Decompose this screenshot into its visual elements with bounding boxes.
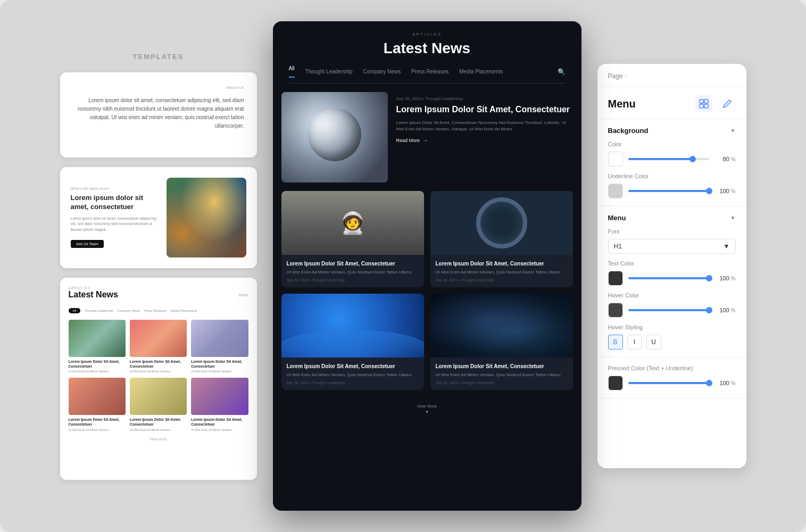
- color-label: Color: [608, 141, 736, 147]
- card3-articles-label: ARTICLES: [69, 286, 118, 290]
- template-card-3[interactable]: ARTICLES Latest News Share All Thought L…: [60, 278, 257, 480]
- article-card-4[interactable]: Lorem Ipsum Dolor Sit Amet, Consectetuer…: [430, 294, 573, 390]
- preview-nav-press[interactable]: Press Releases: [411, 69, 448, 74]
- view-more-btn[interactable]: View More ▼: [281, 396, 573, 421]
- text-color-value: 100 %: [714, 275, 736, 281]
- preview-content: Sep 30, 2022 • Thought Leadership Lorem …: [273, 84, 581, 429]
- background-section-header[interactable]: Background ▼: [608, 127, 736, 135]
- color-slider-thumb[interactable]: [689, 156, 696, 162]
- pressed-slider-thumb[interactable]: [706, 380, 712, 386]
- card3-img-3: [191, 320, 248, 357]
- text-color-control: 100 %: [608, 271, 736, 286]
- article-img-2: [430, 191, 573, 255]
- underline-color-setting: Underline Color 100 %: [608, 173, 736, 198]
- hover-slider-thumb[interactable]: [706, 307, 712, 313]
- hover-styling-setting: Hover Styling B I U: [608, 324, 736, 350]
- article-meta-3: Sep 30, 2022 • Thought Leadership: [287, 381, 419, 385]
- color-swatch-dark[interactable]: [608, 271, 623, 286]
- panel-breadcrumb[interactable]: Page ›: [597, 64, 746, 87]
- hover-color-label: Hover Color: [608, 292, 736, 298]
- underline-slider-fill: [628, 190, 709, 192]
- card3-item-body-2: Ut Wisi Enim Ad Minim Veniam...: [130, 370, 187, 374]
- card3-nav-thought[interactable]: Thought Leadership: [85, 309, 113, 312]
- card3-title: Latest News: [69, 290, 118, 300]
- join-btn[interactable]: Join Us Team: [71, 240, 104, 248]
- article-card-1[interactable]: 🧑‍🚀 Lorem Ipsum Dolor Sit Amet, Consecte…: [281, 191, 424, 287]
- menu-section-header[interactable]: Menu ▼: [608, 214, 736, 222]
- template-card-2[interactable]: What's the latest news? Lorem ipsum dolo…: [60, 167, 257, 268]
- article-body-4: Ut Wisi Enim Ad Minim Veniam, Quis Nostr…: [436, 372, 568, 378]
- card3-nav-company[interactable]: Company News: [118, 309, 140, 312]
- preview-nav-all[interactable]: All: [289, 65, 295, 78]
- underline-slider-thumb[interactable]: [706, 188, 712, 194]
- preview-nav-thought[interactable]: Thought Leadership: [305, 69, 353, 74]
- pressed-color-section: Pressed Color (Text + Underline) 100 %: [597, 358, 746, 398]
- hero-article[interactable]: Sep 30, 2022 • Thought Leadership Lorem …: [281, 92, 573, 182]
- color-value: 80 %: [714, 156, 736, 162]
- article-img-4: [430, 294, 573, 358]
- text-slider-thumb[interactable]: [706, 275, 712, 281]
- svg-rect-0: [700, 99, 703, 103]
- card3-img-4: [69, 378, 126, 415]
- card3-item-2[interactable]: Lorem Ipsum Dolor Sit Amet, Consectetuer…: [130, 320, 187, 374]
- card3-nav-media[interactable]: Media Placements: [171, 309, 197, 312]
- hover-slider-track[interactable]: [628, 309, 709, 311]
- color-swatch-gray[interactable]: [608, 184, 623, 198]
- svg-rect-1: [704, 99, 708, 103]
- hero-image: [281, 92, 388, 182]
- article-card-3[interactable]: Lorem Ipsum Dolor Sit Amet, Consectetuer…: [281, 294, 424, 390]
- text-slider-track[interactable]: [628, 277, 709, 279]
- bold-button[interactable]: B: [608, 335, 623, 350]
- panel-scroll[interactable]: Background ▼ Color 80 %: [597, 119, 746, 468]
- color-slider-fill: [628, 158, 693, 160]
- hover-slider-fill: [628, 309, 709, 311]
- card3-view-more[interactable]: View More: [69, 437, 248, 441]
- article-meta-1: Sep 30, 2022 • Thought Leadership: [287, 278, 419, 282]
- article-title-3: Lorem Ipsum Dolor Sit Amet, Consectetuer: [287, 363, 419, 370]
- card3-item-title-3: Lorem Ipsum Dolor Sit Amet, Consectetuer: [191, 359, 248, 369]
- card3-share: Share: [238, 293, 248, 297]
- main-container: TEMPLATES About Us Lorem ipsum dolor sit…: [0, 0, 806, 532]
- color-slider-track[interactable]: [628, 158, 709, 160]
- italic-button[interactable]: I: [627, 335, 642, 350]
- search-icon[interactable]: 🔍: [558, 68, 566, 76]
- preview-nav-media[interactable]: Media Placements: [459, 69, 503, 74]
- card3-item-1[interactable]: Lorem Ipsum Dolor Sit Amet, Consectetuer…: [69, 320, 126, 374]
- pressed-slider-track[interactable]: [628, 382, 709, 384]
- card3-item-body-6: Ut Wisi Enim Ad Minim Veniam...: [191, 428, 248, 433]
- font-label: Font: [608, 228, 736, 235]
- pencil-icon[interactable]: [719, 95, 736, 112]
- preview-title: Latest News: [289, 40, 566, 57]
- svg-rect-2: [700, 104, 703, 108]
- hero-read-more[interactable]: Read More: [396, 138, 573, 143]
- layout-icon[interactable]: [695, 95, 712, 112]
- card2-label: What's the latest news?: [71, 187, 159, 190]
- color-swatch-white[interactable]: [608, 152, 623, 167]
- astronaut-figure: 🧑‍🚀: [281, 191, 424, 255]
- card3-grid: Lorem Ipsum Dolor Sit Amet, Consectetuer…: [69, 320, 248, 433]
- article-title-2: Lorem Ipsum Dolor Sit Amet, Consectetuer: [436, 260, 568, 267]
- pressed-value: 100 %: [714, 380, 736, 386]
- card3-item-6[interactable]: Lorem Ipsum Dolor Sit Amet, Consectetuer…: [191, 378, 248, 432]
- preview-nav-company[interactable]: Company News: [363, 69, 401, 74]
- article-title-1: Lorem Ipsum Dolor Sit Amet, Consectetuer: [287, 260, 419, 267]
- card3-nav-press[interactable]: Press Releases: [144, 309, 167, 312]
- center-preview: ARTICLES Latest News All Thought Leaders…: [273, 21, 581, 511]
- font-select[interactable]: H1 ▼: [608, 239, 736, 254]
- pressed-color-swatch[interactable]: [608, 376, 623, 390]
- underline-slider-track[interactable]: [628, 190, 709, 192]
- article-text-3: Lorem Ipsum Dolor Sit Amet, Consectetuer…: [281, 358, 424, 390]
- card3-nav-all[interactable]: All: [69, 308, 81, 313]
- article-body-3: Ut Wisi Enim Ad Minim Veniam, Quis Nostr…: [287, 372, 419, 378]
- template-card-1[interactable]: About Us Lorem ipsum dolor sit amet, con…: [60, 72, 257, 157]
- hover-color-value: 100 %: [714, 307, 736, 313]
- color-swatch-dark2[interactable]: [608, 303, 623, 318]
- article-card-2[interactable]: Lorem Ipsum Dolor Sit Amet, Consectetuer…: [430, 191, 573, 287]
- underline-button[interactable]: U: [646, 335, 661, 350]
- hover-styling-control: B I U: [608, 335, 736, 350]
- card3-item-4[interactable]: Lorem Ipsum Dolor Sit Amet, Consectetuer…: [69, 378, 126, 432]
- view-more-label: View More: [288, 404, 567, 409]
- card3-item-3[interactable]: Lorem Ipsum Dolor Sit Amet, Consectetuer…: [191, 320, 248, 374]
- card3-item-5[interactable]: Lorem Ipsum Dolor Sit Amet, Consectetuer…: [130, 378, 187, 432]
- pressed-slider-fill: [628, 382, 709, 384]
